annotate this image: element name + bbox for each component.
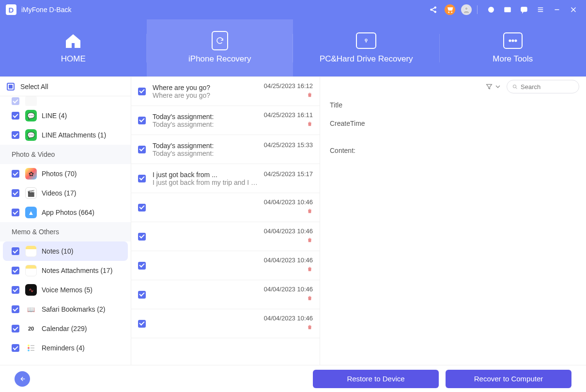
list-row[interactable]: Today's assignment:Today's assignment:04… [131, 135, 320, 164]
phone-recover-icon [212, 32, 228, 49]
sidebar-item-voice-memos[interactable]: ∿ Voice Memos (5) [0, 280, 131, 300]
sidebar-group-memo-others: Memo & Others [0, 222, 131, 241]
sidebar-item-line-attachments[interactable]: 💬 LINE Attachments (1) [0, 125, 131, 145]
back-button[interactable] [15, 371, 30, 387]
sidebar-item-label: Notes (10) [42, 247, 73, 255]
list-row[interactable]: I just got back from ...I just got back … [131, 164, 320, 193]
checkbox[interactable] [12, 170, 19, 178]
sidebar-item-line[interactable]: 💬 LINE (4) [0, 106, 131, 125]
sidebar-group-photo-video: Photo & Video [0, 145, 131, 164]
home-icon [63, 32, 83, 49]
svg-point-23 [28, 345, 30, 347]
list-row[interactable]: Today's assignment:Today's assignment:04… [131, 106, 320, 135]
sidebar-item-videos[interactable]: 🎬 Videos (17) [0, 183, 131, 203]
row-checkbox[interactable] [138, 291, 146, 299]
filter-button[interactable] [485, 83, 502, 90]
search-input[interactable] [521, 83, 574, 90]
row-timestamp: 04/04/2023 10:46 [264, 315, 313, 322]
list-row[interactable]: 04/04/2023 10:46 [131, 222, 320, 251]
sidebar-item-label: Reminders (4) [42, 344, 85, 352]
photos-icon: ✿ [25, 168, 37, 180]
recover-to-computer-button[interactable]: Recover to Computer [446, 370, 571, 388]
app-title: iMyFone D-Back [21, 6, 71, 14]
checkbox[interactable] [12, 131, 19, 139]
checkbox[interactable] [12, 305, 19, 313]
sidebar-item-notes-attachments[interactable]: Notes Attachments (17) [0, 261, 131, 280]
feedback-icon[interactable] [517, 3, 531, 16]
row-title: I just got back from ... [153, 171, 259, 179]
videos-icon: 🎬 [25, 187, 37, 199]
checkbox[interactable] [12, 97, 19, 105]
row-checkbox[interactable] [138, 88, 146, 95]
row-checkbox[interactable] [138, 233, 146, 241]
list-row[interactable]: 04/04/2023 10:46 [131, 309, 320, 338]
row-preview: Where are you go? [153, 91, 259, 99]
restore-to-device-button[interactable]: Restore to Device [313, 370, 439, 388]
svg-point-21 [512, 40, 513, 41]
trash-icon[interactable] [307, 208, 313, 216]
note-list[interactable]: Where are you go?Where are you go?04/25/… [131, 77, 320, 365]
row-checkbox[interactable] [138, 262, 146, 270]
sidebar-scroll[interactable]: 💬 LINE (4) 💬 LINE Attachments (1) Photo … [0, 96, 131, 365]
svg-point-5 [448, 12, 449, 13]
sidebar-item-reminders[interactable]: Reminders (4) [0, 338, 131, 358]
cart-icon[interactable] [443, 3, 457, 16]
trash-icon[interactable] [307, 237, 313, 245]
sidebar-item-calendar[interactable]: 20 Calendar (229) [0, 319, 131, 338]
svg-rect-11 [521, 7, 527, 12]
nav-iphone-recovery[interactable]: iPhone Recovery [147, 19, 293, 76]
checkbox[interactable] [12, 209, 19, 216]
checkbox[interactable] [12, 325, 19, 332]
trash-icon[interactable] [307, 266, 313, 274]
separator [477, 5, 478, 14]
row-checkbox[interactable] [138, 146, 146, 153]
checkbox[interactable] [12, 267, 19, 274]
list-row[interactable]: Where are you go?Where are you go?04/25/… [131, 77, 320, 106]
trash-icon[interactable] [307, 324, 313, 332]
select-all-row[interactable]: Select All [0, 77, 131, 96]
nav-home[interactable]: HOME [0, 19, 147, 76]
sidebar-item-notes[interactable]: Notes (10) [3, 241, 128, 261]
checkbox[interactable] [12, 286, 19, 294]
checkbox[interactable] [12, 344, 19, 352]
search-box[interactable] [507, 80, 579, 93]
detail-body: Title CreateTime Content: [320, 96, 586, 170]
mail-icon[interactable] [501, 3, 514, 16]
checkbox[interactable] [12, 189, 19, 197]
svg-point-24 [28, 347, 30, 349]
share-icon[interactable] [427, 3, 440, 16]
close-icon[interactable] [567, 3, 580, 16]
row-timestamp: 04/25/2023 16:12 [264, 82, 313, 90]
list-row[interactable]: 04/04/2023 10:46 [131, 193, 320, 222]
row-checkbox[interactable] [138, 320, 146, 328]
sidebar-item-app-photos[interactable]: ▲ App Photos (664) [0, 203, 131, 222]
row-checkbox[interactable] [138, 117, 146, 124]
settings-icon[interactable] [484, 3, 498, 16]
minimize-icon[interactable] [550, 3, 564, 16]
checkbox[interactable] [12, 247, 19, 255]
list-row[interactable]: 04/04/2023 10:46 [131, 280, 320, 309]
list-row[interactable]: 04/04/2023 10:46 [131, 251, 320, 280]
svg-point-6 [451, 12, 452, 13]
menu-icon[interactable] [534, 3, 547, 16]
notes-attachments-icon [25, 265, 37, 276]
nav-bar: HOME iPhone Recovery PC&Hard Drive Recov… [0, 19, 586, 76]
sidebar-item-photos[interactable]: ✿ Photos (70) [0, 164, 131, 183]
sidebar-item-label: Notes Attachments (17) [42, 267, 112, 274]
trash-icon[interactable] [307, 121, 313, 129]
sidebar-item-safari-bookmarks[interactable]: 📖 Safari Bookmarks (2) [0, 300, 131, 319]
checkbox[interactable] [12, 112, 19, 120]
avatar-icon[interactable] [460, 3, 473, 16]
row-checkbox[interactable] [138, 204, 146, 211]
nav-more-tools[interactable]: More Tools [440, 19, 586, 76]
trash-icon[interactable] [307, 295, 313, 303]
detail-toolbar [320, 77, 586, 96]
trash-icon[interactable] [307, 91, 313, 100]
row-title: Today's assignment: [153, 142, 259, 150]
row-timestamp: 04/04/2023 10:46 [264, 286, 313, 293]
voice-memos-icon: ∿ [25, 284, 37, 296]
row-checkbox[interactable] [138, 175, 146, 182]
app-window: D iMyFone D-Back HOME iPhone Recovery PC… [0, 0, 586, 392]
nav-pc-recovery[interactable]: PC&Hard Drive Recovery [293, 19, 440, 76]
select-all-checkbox[interactable] [7, 83, 15, 90]
